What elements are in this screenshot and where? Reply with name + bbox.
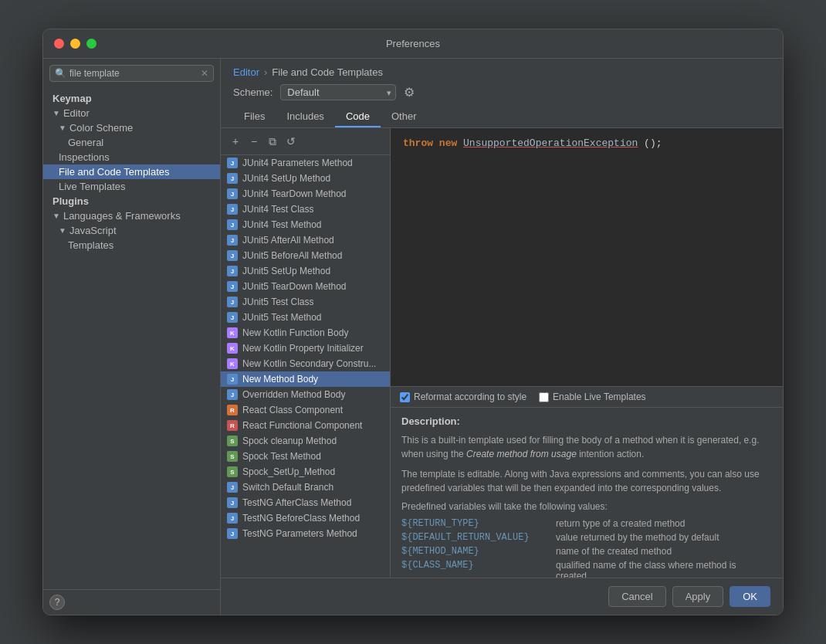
list-item[interactable]: JTestNG Parameters Method bbox=[221, 526, 390, 541]
ok-button[interactable]: OK bbox=[730, 586, 770, 607]
template-icon: S bbox=[227, 466, 238, 477]
code-editor[interactable]: throw new UnsupportedOperationException … bbox=[391, 128, 783, 387]
sidebar-item-inspections[interactable]: Inspections bbox=[43, 150, 220, 164]
list-item[interactable]: JJUnit4 Test Method bbox=[221, 217, 390, 232]
sidebar-item-templates[interactable]: Templates bbox=[43, 238, 220, 253]
template-label: JUnit4 Test Method bbox=[242, 219, 322, 230]
sidebar-item-javascript[interactable]: ▼ JavaScript bbox=[43, 223, 220, 238]
tab-files[interactable]: Files bbox=[233, 107, 276, 127]
list-item[interactable]: SSpock Test Method bbox=[221, 449, 390, 464]
window-title: Preferences bbox=[386, 38, 440, 49]
template-label: TestNG BeforeClass Method bbox=[242, 513, 360, 524]
template-icon: J bbox=[227, 188, 238, 199]
tab-other[interactable]: Other bbox=[381, 107, 428, 127]
help-button[interactable]: ? bbox=[49, 595, 65, 610]
gear-icon[interactable]: ⚙ bbox=[404, 85, 415, 100]
list-item[interactable]: KNew Kotlin Secondary Constru... bbox=[221, 356, 390, 371]
template-icon: J bbox=[227, 374, 238, 385]
template-label: JUnit5 Test Method bbox=[242, 312, 322, 323]
list-item[interactable]: JTestNG AfterClass Method bbox=[221, 495, 390, 510]
sidebar-item-lang-frameworks[interactable]: ▼ Languages & Frameworks bbox=[43, 208, 220, 223]
tab-includes[interactable]: Includes bbox=[276, 107, 334, 127]
tab-code[interactable]: Code bbox=[335, 107, 381, 127]
scheme-select-wrap[interactable]: Default Project bbox=[280, 84, 396, 100]
list-item[interactable]: JSwitch Default Branch bbox=[221, 480, 390, 495]
reformat-option[interactable]: Reformat according to style bbox=[400, 391, 526, 402]
template-label: Spock cleanup Method bbox=[242, 436, 337, 446]
template-label: New Kotlin Secondary Constru... bbox=[242, 358, 376, 369]
search-clear-icon[interactable]: ✕ bbox=[201, 68, 208, 79]
list-item[interactable]: RReact Class Component bbox=[221, 402, 390, 418]
template-label: Switch Default Branch bbox=[242, 482, 333, 493]
breadcrumb-editor[interactable]: Editor bbox=[233, 66, 259, 78]
sidebar-item-keymap[interactable]: Keymap bbox=[43, 91, 220, 106]
sidebar-item-editor[interactable]: ▼ Editor bbox=[43, 106, 220, 120]
sidebar-item-label: JavaScript bbox=[69, 225, 117, 236]
breadcrumb-page: File and Code Templates bbox=[272, 66, 383, 78]
reformat-checkbox[interactable] bbox=[400, 392, 410, 402]
list-item[interactable]: JJUnit4 Test Class bbox=[221, 202, 390, 217]
template-icon: J bbox=[227, 312, 238, 323]
sidebar-item-live-templates[interactable]: Live Templates bbox=[43, 179, 220, 194]
reset-template-button[interactable]: ↺ bbox=[283, 133, 300, 150]
live-templates-label: Enable Live Templates bbox=[553, 391, 646, 402]
options-row: Reformat according to style Enable Live … bbox=[391, 387, 783, 408]
scheme-select[interactable]: Default Project bbox=[280, 84, 396, 100]
apply-button[interactable]: Apply bbox=[672, 586, 724, 607]
template-icon: S bbox=[227, 436, 238, 446]
list-item[interactable]: JJUnit4 Parameters Method bbox=[221, 155, 390, 171]
template-label: React Class Component bbox=[242, 405, 343, 415]
list-item[interactable]: JJUnit4 SetUp Method bbox=[221, 171, 390, 186]
template-icon: J bbox=[227, 173, 238, 184]
minimize-button[interactable] bbox=[70, 39, 80, 49]
live-templates-checkbox[interactable] bbox=[539, 392, 549, 402]
list-item[interactable]: JJUnit5 BeforeAll Method bbox=[221, 248, 390, 263]
list-item[interactable]: JJUnit5 Test Method bbox=[221, 310, 390, 325]
list-item[interactable]: JJUnit5 SetUp Method bbox=[221, 263, 390, 279]
search-input[interactable] bbox=[69, 68, 201, 79]
template-icon: J bbox=[227, 482, 238, 493]
sidebar-item-general[interactable]: General bbox=[43, 135, 220, 150]
search-box[interactable]: 🔍 ✕ bbox=[49, 65, 214, 82]
table-row: ${METHOD_NAME}name of the created method bbox=[401, 544, 772, 558]
add-template-button[interactable]: + bbox=[227, 133, 244, 150]
list-item[interactable]: KNew Kotlin Function Body bbox=[221, 325, 390, 341]
sidebar-item-file-code-templates[interactable]: File and Code Templates bbox=[43, 164, 220, 179]
template-label: Spock Test Method bbox=[242, 451, 321, 462]
sidebar-item-plugins[interactable]: Plugins bbox=[43, 194, 220, 208]
list-item[interactable]: KNew Kotlin Property Initializer bbox=[221, 341, 390, 356]
template-label: JUnit4 SetUp Method bbox=[242, 173, 330, 184]
live-templates-option[interactable]: Enable Live Templates bbox=[539, 391, 646, 402]
footer: Cancel Apply OK bbox=[221, 578, 783, 615]
list-item[interactable]: JOverridden Method Body bbox=[221, 387, 390, 402]
reformat-label: Reformat according to style bbox=[414, 391, 526, 402]
main-body: + − ⧉ ↺ JJUnit4 Parameters MethodJJUnit4… bbox=[221, 128, 783, 578]
var-desc: qualified name of the class where method… bbox=[556, 558, 772, 578]
list-item[interactable]: JJUnit5 AfterAll Method bbox=[221, 232, 390, 248]
sidebar-item-label: Templates bbox=[68, 239, 113, 251]
var-name: ${DEFAULT_RETURN_VALUE} bbox=[401, 530, 556, 544]
copy-template-button[interactable]: ⧉ bbox=[264, 133, 281, 150]
table-row: ${RETURN_TYPE}return type of a created m… bbox=[401, 517, 772, 530]
list-item[interactable]: JTestNG BeforeClass Method bbox=[221, 510, 390, 526]
template-label: JUnit5 BeforeAll Method bbox=[242, 250, 342, 261]
template-label: React Functional Component bbox=[242, 420, 362, 431]
list-item[interactable]: JJUnit5 TearDown Method bbox=[221, 279, 390, 294]
list-item[interactable]: RReact Functional Component bbox=[221, 418, 390, 433]
maximize-button[interactable] bbox=[86, 39, 96, 49]
list-item[interactable]: SSpock_SetUp_Method bbox=[221, 464, 390, 480]
sidebar-item-color-scheme[interactable]: ▼ Color Scheme bbox=[43, 120, 220, 135]
template-label: JUnit5 SetUp Method bbox=[242, 266, 330, 276]
list-item[interactable]: JNew Method Body bbox=[221, 371, 390, 387]
close-button[interactable] bbox=[54, 39, 64, 49]
var-name: ${METHOD_NAME} bbox=[401, 544, 556, 558]
cancel-button[interactable]: Cancel bbox=[608, 586, 665, 607]
list-item[interactable]: SSpock cleanup Method bbox=[221, 433, 390, 449]
search-icon: 🔍 bbox=[55, 68, 66, 79]
sidebar-tree: Keymap ▼ Editor ▼ Color Scheme General I… bbox=[43, 88, 220, 589]
remove-template-button[interactable]: − bbox=[245, 133, 262, 150]
list-item[interactable]: JJUnit4 TearDown Method bbox=[221, 186, 390, 202]
template-icon: J bbox=[227, 219, 238, 230]
template-icon: J bbox=[227, 497, 238, 508]
list-item[interactable]: JJUnit5 Test Class bbox=[221, 294, 390, 310]
